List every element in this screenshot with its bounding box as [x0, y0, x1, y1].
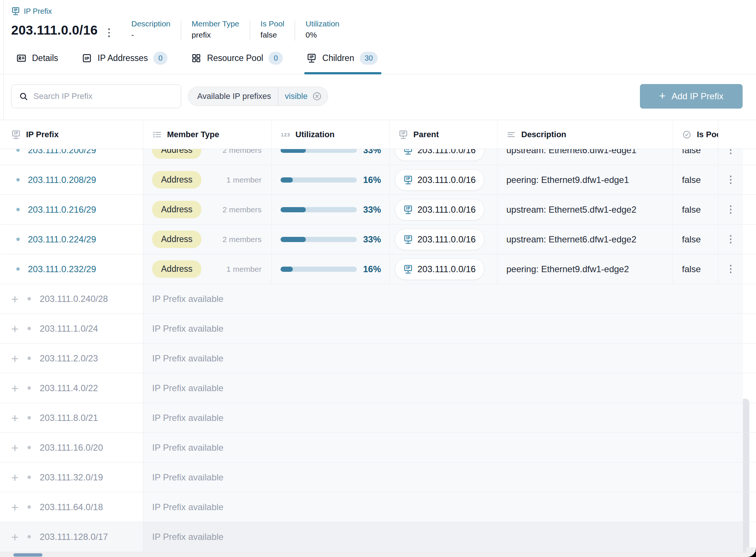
available-row[interactable]: + 203.111.128.0/17 IP Prefix available — [0, 522, 756, 552]
tab-bar: Details IP Addresses 0 Resource Pool 0 C… — [0, 47, 756, 74]
add-child-plus-icon[interactable]: + — [11, 293, 19, 305]
column-header-ip-prefix[interactable]: IP Prefix — [0, 120, 143, 149]
available-row[interactable]: + 203.111.64.0/18 IP Prefix available — [0, 492, 756, 522]
available-row[interactable]: + 203.111.16.0/20 IP Prefix available — [0, 433, 756, 463]
add-child-plus-icon[interactable]: + — [11, 531, 19, 543]
parent-link-pill[interactable]: 203.111.0.0/16 — [395, 169, 484, 191]
cell-ip-prefix: + 203.111.8.0/21 — [0, 403, 143, 432]
row-menu-button[interactable] — [727, 173, 735, 187]
table-row[interactable]: 203.111.0.208/29 Address 1 member 16% 20… — [0, 165, 756, 195]
page-header: IP Prefix 203.111.0.0/16 Description - M… — [0, 0, 756, 42]
ip-device-icon — [403, 175, 413, 185]
ip-square-icon — [82, 53, 92, 63]
filter-chip-value: visible — [285, 91, 308, 101]
member-type-pill: Address — [152, 231, 201, 248]
check-circle-icon — [682, 130, 692, 139]
cell-is-pool: false — [673, 254, 718, 284]
available-status-label: IP Prefix available — [143, 463, 743, 492]
breadcrumb[interactable]: IP Prefix — [11, 7, 52, 16]
horizontal-scrollbar-thumb[interactable] — [13, 553, 42, 557]
title-menu-button[interactable] — [105, 25, 114, 41]
cell-actions — [718, 225, 743, 254]
prefix-link[interactable]: 203.111.0.232/29 — [28, 264, 96, 274]
prefix-link[interactable]: 203.111.0.216/29 — [28, 205, 96, 215]
tab-children[interactable]: Children 30 — [307, 47, 378, 74]
add-child-plus-icon[interactable]: + — [11, 382, 19, 395]
ip-device-icon — [403, 264, 413, 274]
column-header-utilization[interactable]: Utilization — [272, 120, 390, 149]
search-box[interactable] — [11, 84, 181, 108]
prefix-link[interactable]: 203.111.0.208/29 — [28, 175, 96, 185]
tab-resource-pool[interactable]: Resource Pool 0 — [191, 47, 283, 74]
parent-prefix-label: 203.111.0.0/16 — [417, 175, 476, 185]
available-status-label: IP Prefix available — [143, 433, 743, 462]
column-header-is-pool[interactable]: Is Pool — [673, 120, 718, 149]
row-menu-button[interactable] — [727, 232, 735, 247]
cell-parent: 203.111.0.0/16 — [390, 254, 497, 284]
prefix-link[interactable]: 203.111.0.224/29 — [28, 234, 96, 245]
cell-utilization: 16% — [272, 165, 390, 194]
utilization-percent: 33% — [363, 234, 381, 245]
available-status-label: IP Prefix available — [143, 344, 743, 373]
column-label: Member Type — [167, 130, 219, 139]
parent-link-pill[interactable]: 203.111.0.0/16 — [395, 199, 484, 220]
tab-count-badge: 0 — [269, 52, 283, 65]
column-label: IP Prefix — [26, 130, 59, 139]
add-child-plus-icon[interactable]: + — [11, 412, 19, 424]
add-child-plus-icon[interactable]: + — [11, 322, 19, 335]
column-header-parent[interactable]: Parent — [390, 120, 497, 149]
add-child-plus-icon[interactable]: + — [11, 501, 19, 513]
status-dot — [16, 208, 20, 211]
available-row[interactable]: + 203.111.4.0/22 IP Prefix available — [0, 373, 756, 403]
table-row[interactable]: 203.111.0.216/29 Address 2 members 33% 2… — [0, 195, 756, 225]
available-row[interactable]: + 203.111.2.0/23 IP Prefix available — [0, 344, 756, 373]
filter-chip[interactable]: Available IP prefixes visible — [188, 87, 328, 106]
stat-value: prefix — [192, 30, 239, 39]
available-row[interactable]: + 203.111.0.240/28 IP Prefix available — [0, 284, 756, 314]
remove-filter-icon[interactable] — [312, 91, 322, 101]
available-row[interactable]: + 203.111.1.0/24 IP Prefix available — [0, 314, 756, 344]
available-row[interactable]: + 203.111.8.0/21 IP Prefix available — [0, 403, 756, 433]
available-prefix-label: 203.111.4.0/22 — [40, 383, 98, 393]
add-ip-prefix-button[interactable]: + Add IP Prefix — [640, 84, 743, 109]
parent-link-pill[interactable]: 203.111.0.0/16 — [395, 258, 484, 280]
available-status-label: IP Prefix available — [143, 522, 743, 551]
utilization-percent: 16% — [363, 264, 381, 274]
tab-label: IP Addresses — [97, 53, 148, 63]
column-header-member-type[interactable]: Member Type — [143, 120, 272, 149]
breadcrumb-label: IP Prefix — [24, 7, 52, 16]
table-row[interactable]: 203.111.0.232/29 Address 1 member 16% 20… — [0, 254, 756, 284]
available-row[interactable]: + 203.111.32.0/19 IP Prefix available — [0, 463, 756, 492]
utilization-bar-fill — [281, 237, 306, 242]
status-dot — [28, 446, 31, 449]
status-dot — [16, 267, 20, 271]
tab-details[interactable]: Details — [16, 47, 58, 74]
table-row[interactable]: 203.111.0.224/29 Address 2 members 33% 2… — [0, 225, 756, 254]
toolbar: Available IP prefixes visible + Add IP P… — [11, 84, 743, 109]
add-child-plus-icon[interactable]: + — [11, 352, 19, 365]
column-header-description[interactable]: Description — [497, 120, 673, 149]
cell-description: upstream: Ethernet5.dfw1-edge2 — [497, 195, 673, 224]
available-prefix-label: 203.111.1.0/24 — [40, 323, 98, 334]
stat-label: Description — [131, 19, 170, 28]
stat-label: Utilization — [305, 19, 339, 28]
cell-ip-prefix: + 203.111.128.0/17 — [0, 522, 143, 551]
filter-chip-label: Available IP prefixes — [197, 91, 271, 101]
horizontal-scrollbar-track[interactable] — [0, 552, 756, 557]
stat-value: false — [260, 30, 284, 39]
add-child-plus-icon[interactable]: + — [11, 471, 19, 484]
search-input[interactable] — [33, 91, 173, 101]
row-menu-button[interactable] — [727, 262, 735, 276]
page-title: 203.111.0.0/16 — [11, 19, 98, 42]
cell-description: peering: Ethernet9.dfw1-edge2 — [497, 254, 673, 284]
stat-value: - — [131, 30, 170, 39]
row-menu-button[interactable] — [727, 202, 735, 217]
cell-is-pool: false — [673, 225, 718, 254]
cell-ip-prefix: 203.111.0.208/29 — [0, 165, 143, 194]
cell-ip-prefix: 203.111.0.232/29 — [0, 254, 143, 284]
add-child-plus-icon[interactable]: + — [11, 441, 19, 454]
ip-prefix-icon — [11, 7, 20, 16]
tab-ip-addresses[interactable]: IP Addresses 0 — [82, 47, 167, 74]
cell-ip-prefix: + 203.111.0.240/28 — [0, 284, 143, 313]
parent-link-pill[interactable]: 203.111.0.0/16 — [395, 229, 484, 250]
